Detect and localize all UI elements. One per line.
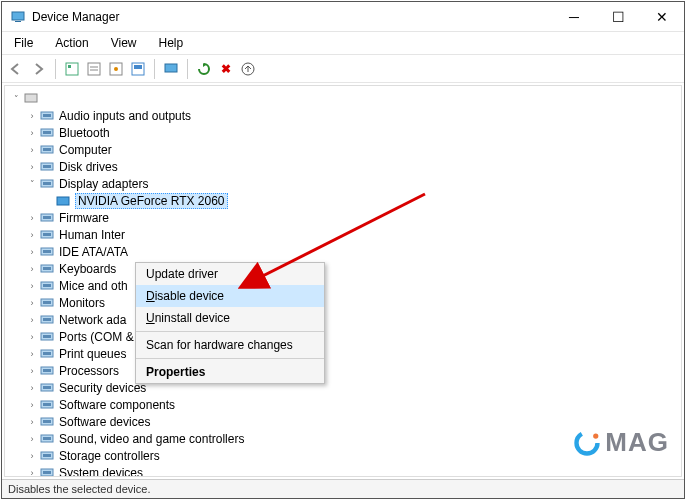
category-icon (39, 143, 55, 157)
tree-category[interactable]: ˅Display adapters (7, 175, 679, 192)
forward-button[interactable] (30, 60, 48, 78)
twisty-icon[interactable]: › (25, 281, 39, 291)
tree-category[interactable]: ›Firmware (7, 209, 679, 226)
category-label: Software devices (59, 415, 150, 429)
twisty-icon[interactable]: › (25, 128, 39, 138)
ctx-scan-hardware[interactable]: Scan for hardware changes (136, 334, 324, 356)
twisty-icon[interactable]: › (25, 162, 39, 172)
twisty-icon[interactable]: › (25, 417, 39, 427)
tree-category[interactable]: ›Audio inputs and outputs (7, 107, 679, 124)
twisty-icon[interactable]: › (25, 349, 39, 359)
twisty-icon[interactable]: › (25, 315, 39, 325)
category-icon (39, 313, 55, 327)
tree-root[interactable]: ˅ (7, 90, 679, 107)
category-icon (39, 415, 55, 429)
tree-category[interactable]: ›IDE ATA/ATA (7, 243, 679, 260)
category-icon (39, 109, 55, 123)
twisty-icon[interactable]: › (25, 111, 39, 121)
twisty-icon[interactable]: › (25, 247, 39, 257)
tb-icon-disable[interactable]: ✖ (217, 60, 235, 78)
twisty-icon[interactable]: › (25, 400, 39, 410)
category-label: Human Inter (59, 228, 125, 242)
ctx-uninstall-device[interactable]: Uninstall device (136, 307, 324, 329)
svg-rect-4 (88, 63, 100, 75)
tree-category[interactable]: ›Processors (7, 362, 679, 379)
tb-icon-4[interactable] (129, 60, 147, 78)
twisty-icon[interactable]: › (25, 434, 39, 444)
toolbar: ✖ (2, 55, 684, 83)
tree-category[interactable]: ›Monitors (7, 294, 679, 311)
svg-rect-19 (43, 148, 51, 151)
category-label: Keyboards (59, 262, 116, 276)
ctx-update-driver[interactable]: Update driver (136, 263, 324, 285)
menu-view[interactable]: View (107, 34, 141, 52)
tree-category[interactable]: ›Keyboards (7, 260, 679, 277)
tb-icon-2[interactable] (85, 60, 103, 78)
svg-rect-38 (43, 318, 51, 321)
tree-device[interactable]: NVIDIA GeForce RTX 2060 (7, 192, 679, 209)
twisty-icon[interactable]: › (25, 213, 39, 223)
tree-category[interactable]: ›Print queues (7, 345, 679, 362)
maximize-button[interactable]: ☐ (596, 2, 640, 31)
category-label: IDE ATA/ATA (59, 245, 128, 259)
twisty-expanded-icon[interactable]: ˅ (9, 94, 23, 104)
twisty-icon[interactable]: › (25, 298, 39, 308)
toolbar-separator (154, 59, 155, 79)
device-tree[interactable]: ˅ ›Audio inputs and outputs›Bluetooth›Co… (4, 85, 682, 477)
window-controls: ─ ☐ ✕ (552, 2, 684, 31)
category-icon (39, 160, 55, 174)
svg-rect-54 (43, 454, 51, 457)
category-label: Display adapters (59, 177, 148, 191)
category-label: Print queues (59, 347, 126, 361)
tb-icon-up[interactable] (239, 60, 257, 78)
tree-category[interactable]: ›System devices (7, 464, 679, 477)
tree-category[interactable]: ›Network ada (7, 311, 679, 328)
menu-help[interactable]: Help (155, 34, 188, 52)
twisty-icon[interactable]: › (25, 383, 39, 393)
svg-point-63 (593, 433, 598, 438)
twisty-icon[interactable]: › (25, 366, 39, 376)
tree-category[interactable]: ›Ports (COM & LPT) (7, 328, 679, 345)
menu-file[interactable]: File (10, 34, 37, 52)
ctx-separator (136, 331, 324, 332)
twisty-icon[interactable]: ˅ (25, 179, 39, 189)
statusbar: Disables the selected device. (2, 479, 684, 498)
tree-category[interactable]: ›Security devices (7, 379, 679, 396)
svg-rect-1 (15, 21, 21, 22)
twisty-icon[interactable]: › (25, 468, 39, 478)
tb-icon-refresh[interactable] (195, 60, 213, 78)
window: Device Manager ─ ☐ ✕ File Action View He… (1, 1, 685, 499)
tree-category[interactable]: ›Computer (7, 141, 679, 158)
tree-category[interactable]: ›Mice and oth (7, 277, 679, 294)
svg-rect-48 (43, 403, 51, 406)
twisty-icon[interactable]: › (25, 145, 39, 155)
svg-rect-10 (134, 65, 142, 69)
tb-icon-3[interactable] (107, 60, 125, 78)
category-label: System devices (59, 466, 143, 478)
svg-rect-42 (43, 352, 51, 355)
menu-action[interactable]: Action (51, 34, 92, 52)
svg-rect-56 (43, 471, 51, 474)
category-label: Storage controllers (59, 449, 160, 463)
twisty-icon[interactable]: › (25, 451, 39, 461)
tree-category[interactable]: ›Human Inter (7, 226, 679, 243)
svg-rect-3 (68, 65, 71, 68)
back-button[interactable] (8, 60, 26, 78)
minimize-button[interactable]: ─ (552, 2, 596, 31)
svg-rect-2 (66, 63, 78, 75)
svg-rect-44 (43, 369, 51, 372)
twisty-icon[interactable]: › (25, 264, 39, 274)
twisty-icon[interactable]: › (25, 230, 39, 240)
tree-category[interactable]: ›Disk drives (7, 158, 679, 175)
tree-category[interactable]: ›Bluetooth (7, 124, 679, 141)
category-icon (39, 449, 55, 463)
ctx-properties[interactable]: Properties (136, 361, 324, 383)
tb-icon-1[interactable] (63, 60, 81, 78)
computer-icon (23, 92, 39, 106)
svg-rect-0 (12, 12, 24, 20)
close-button[interactable]: ✕ (640, 2, 684, 31)
ctx-disable-device[interactable]: Disable device (136, 285, 324, 307)
twisty-icon[interactable]: › (25, 332, 39, 342)
tree-category[interactable]: ›Software components (7, 396, 679, 413)
tb-icon-monitor[interactable] (162, 60, 180, 78)
